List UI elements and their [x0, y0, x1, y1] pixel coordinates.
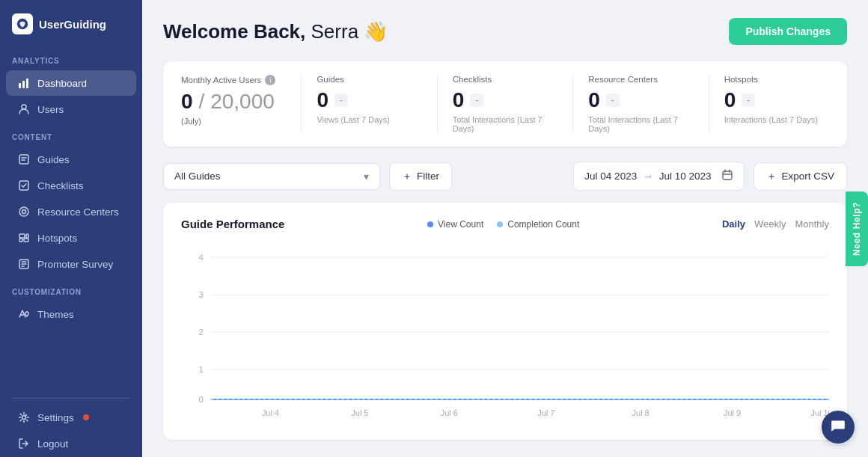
chat-button[interactable]: [822, 411, 855, 444]
stat-monthly-active-users: Monthly Active Users i 0 / 20,000 (July): [181, 75, 302, 133]
sidebar: UserGuiding ANALYTICS Dashboard Users: [0, 0, 142, 457]
date-range-picker[interactable]: Jul 04 2023 → Jul 10 2023: [573, 162, 745, 191]
guide-select-value: All Guides: [174, 171, 221, 182]
tab-daily[interactable]: Daily: [722, 218, 745, 230]
svg-text:Jul 6: Jul 6: [441, 408, 458, 417]
view-count-label: View Count: [438, 219, 483, 230]
stat-checklists-value: 0 -: [453, 88, 557, 112]
tab-monthly[interactable]: Monthly: [795, 218, 829, 230]
filter-plus-icon: ＋: [402, 170, 412, 183]
stat-guides: Guides 0 - Views (Last 7 Days): [317, 75, 437, 133]
stat-hotspots-sublabel: Interactions (Last 7 Days): [724, 115, 829, 124]
resource-centers-label: Resource Centers: [37, 206, 119, 218]
chart-icon: [18, 77, 30, 89]
view-count-dot: [427, 221, 433, 227]
svg-rect-11: [24, 239, 28, 242]
sidebar-item-dashboard[interactable]: Dashboard: [6, 70, 136, 96]
svg-text:Jul 4: Jul 4: [262, 408, 279, 417]
svg-text:Jul 8: Jul 8: [632, 408, 650, 417]
stat-guides-value: 0 -: [317, 88, 421, 112]
user-icon: [18, 103, 30, 115]
export-csv-button[interactable]: ＋ Export CSV: [754, 162, 847, 191]
info-icon: i: [265, 75, 275, 85]
chart-legend: View Count Completion Count: [427, 219, 579, 230]
chart-header: Guide Performance View Count Completion …: [181, 218, 829, 230]
chart-card: Guide Performance View Count Completion …: [163, 203, 847, 440]
svg-text:Jul 9: Jul 9: [724, 408, 741, 417]
svg-rect-12: [26, 234, 28, 238]
svg-rect-9: [19, 234, 25, 238]
svg-rect-5: [19, 155, 28, 164]
logo-text: UserGuiding: [39, 18, 106, 31]
svg-text:4: 4: [199, 253, 204, 262]
stat-mau-label: Monthly Active Users i: [181, 75, 286, 85]
stat-hotspots: Hotspots 0 - Interactions (Last 7 Days): [724, 75, 829, 133]
sidebar-item-themes[interactable]: Themes: [6, 301, 136, 327]
sidebar-item-checklists[interactable]: Checklists: [6, 173, 136, 198]
filter-label: Filter: [417, 171, 439, 182]
stat-guides-sublabel: Views (Last 7 Days): [317, 115, 421, 124]
customization-label: CUSTOMIZATION: [0, 277, 142, 301]
content-section: CONTENT Guides Checklists: [0, 123, 142, 277]
stat-rc-sublabel: Total Interactions (Last 7 Days): [588, 115, 693, 133]
svg-text:1: 1: [199, 365, 204, 374]
chart-period-tabs: Daily Weekly Monthly: [722, 218, 829, 230]
stat-rc-value: 0 -: [588, 88, 693, 112]
stat-hotspots-value: 0 -: [724, 88, 829, 112]
username-text: Serra 👋: [311, 20, 388, 43]
stat-mau-value: 0 / 20,000: [181, 90, 286, 114]
sidebar-item-guides[interactable]: Guides: [6, 147, 136, 172]
header: Welcome Back, Serra 👋 Publish Changes: [163, 18, 847, 45]
publish-button[interactable]: Publish Changes: [729, 18, 847, 45]
filter-button[interactable]: ＋ Filter: [389, 162, 452, 191]
sidebar-item-promoter-survey[interactable]: Promoter Survey: [6, 251, 136, 277]
customization-section: CUSTOMIZATION Themes: [0, 277, 142, 328]
chart-title: Guide Performance: [181, 218, 284, 230]
stat-guides-label: Guides: [317, 75, 421, 84]
guide-performance-chart: 4 3 2 1 0 Jul 4 Jul 5 Jul 6 Jul 7 Jul 8 …: [181, 242, 829, 422]
sidebar-item-settings[interactable]: Settings: [6, 405, 136, 430]
chat-icon: [830, 417, 846, 437]
completion-count-dot: [497, 221, 503, 227]
svg-text:0: 0: [199, 395, 204, 404]
promoter-survey-label: Promoter Survey: [37, 259, 113, 270]
sidebar-bottom: Settings Logout: [0, 392, 142, 457]
sidebar-divider: [12, 398, 130, 399]
checklists-label: Checklists: [37, 180, 84, 191]
stat-resource-centers: Resource Centers 0 - Total Interactions …: [588, 75, 709, 133]
sidebar-item-hotspots[interactable]: Hotspots: [6, 225, 136, 251]
stat-hotspots-label: Hotspots: [724, 75, 829, 84]
settings-label: Settings: [37, 412, 74, 423]
stat-mau-period: (July): [181, 117, 286, 126]
themes-label: Themes: [37, 309, 74, 320]
tab-weekly[interactable]: Weekly: [754, 218, 786, 230]
export-label: Export CSV: [781, 171, 834, 182]
sidebar-item-users[interactable]: Users: [6, 96, 136, 122]
main-content: Welcome Back, Serra 👋 Publish Changes Mo…: [142, 0, 868, 457]
svg-text:2: 2: [199, 328, 204, 337]
stat-rc-label: Resource Centers: [588, 75, 693, 84]
legend-view-count: View Count: [427, 219, 483, 230]
guide-select[interactable]: All Guides ▾: [163, 163, 380, 190]
logo[interactable]: UserGuiding: [0, 0, 142, 46]
svg-rect-1: [19, 83, 21, 88]
svg-text:Jul 5: Jul 5: [351, 408, 368, 417]
stat-checklists: Checklists 0 - Total Interactions (Last …: [453, 75, 573, 133]
settings-badge: [83, 414, 89, 420]
sidebar-item-resource-centers[interactable]: Resource Centers: [6, 199, 136, 224]
page-title: Welcome Back, Serra 👋: [163, 20, 388, 43]
resource-icon: [18, 206, 30, 218]
content-label: CONTENT: [0, 123, 142, 146]
themes-icon: [18, 308, 30, 320]
filters-row: All Guides ▾ ＋ Filter Jul 04 2023 → Jul …: [163, 162, 847, 191]
date-to: Jul 10 2023: [659, 171, 712, 182]
guides-label: Guides: [37, 154, 70, 165]
svg-rect-2: [22, 81, 25, 88]
hotspots-icon: [18, 232, 30, 244]
logo-icon: [12, 13, 33, 34]
svg-point-7: [19, 207, 28, 216]
need-help-button[interactable]: Need Help?: [846, 191, 868, 266]
sidebar-item-logout[interactable]: Logout: [6, 431, 136, 456]
stat-checklists-label: Checklists: [453, 75, 557, 84]
stat-checklists-sublabel: Total Interactions (Last 7 Days): [453, 115, 557, 133]
